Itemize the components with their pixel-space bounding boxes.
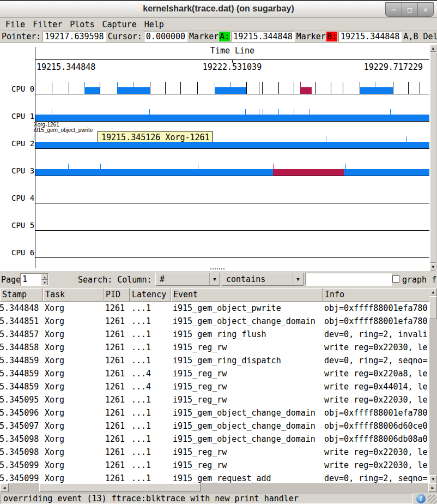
page-value[interactable]: 1 bbox=[21, 274, 41, 285]
cell: 5.344859 bbox=[0, 382, 43, 392]
cell: ...4 bbox=[130, 382, 171, 392]
event-tick bbox=[215, 82, 215, 87]
table-scroll-up-button[interactable]: ▲ bbox=[429, 288, 437, 296]
cell: 5.345098 bbox=[0, 434, 43, 444]
column-header-task[interactable]: Task bbox=[43, 288, 104, 302]
cell: dev=0, ring=2, seqno= bbox=[323, 356, 429, 365]
title-bar[interactable]: kernelshark(trace.dat) (on sugarbay) – □… bbox=[0, 0, 437, 18]
menu-bar: FileFilterPlotsCaptureHelp bbox=[0, 18, 437, 31]
cpu-row-0[interactable]: CPU 0 bbox=[35, 81, 429, 94]
cell: dev=0, ring=2, invali bbox=[323, 329, 429, 339]
event-tick bbox=[331, 82, 331, 94]
event-tick bbox=[259, 109, 259, 115]
graph-scroll-down-button[interactable]: ▼ bbox=[430, 263, 436, 271]
table-scroll-right-button[interactable]: ▶ bbox=[428, 483, 437, 492]
column-header-event[interactable]: Event bbox=[171, 288, 323, 302]
cpu2-event-label: i915_gem_object_pwrite bbox=[34, 127, 93, 133]
event-tick bbox=[100, 164, 101, 169]
event-tick bbox=[150, 82, 150, 94]
event-tick bbox=[294, 109, 294, 115]
cpu-row-2[interactable]: CPU 2 bbox=[35, 136, 429, 149]
table-row[interactable]: 5.345095Xorg1261...1i915_reg_rwwrite reg… bbox=[0, 393, 429, 406]
event-tick bbox=[273, 164, 274, 169]
column-header-info[interactable]: Info bbox=[323, 288, 429, 302]
page-spin-down-button[interactable]: ▼ bbox=[41, 280, 48, 286]
column-header-pid[interactable]: PID bbox=[104, 288, 130, 302]
cpu-row-5[interactable]: CPU 5 bbox=[35, 218, 429, 231]
table-hscrollbar-thumb[interactable] bbox=[39, 483, 201, 492]
table-row[interactable]: 5.344851Xorg1261...1i915_gem_object_chan… bbox=[0, 315, 429, 328]
table-row[interactable]: 5.345099Xorg1261...1i915_gem_request_add… bbox=[0, 472, 429, 483]
event-tick bbox=[393, 82, 393, 94]
menu-capture[interactable]: Capture bbox=[98, 19, 140, 30]
menu-help[interactable]: Help bbox=[141, 19, 168, 30]
cell: 5.345095 bbox=[0, 395, 43, 405]
table-row[interactable]: 5.345097Xorg1261...1i915_gem_object_chan… bbox=[0, 419, 429, 433]
table-row[interactable]: 5.345098Xorg1261...1i915_gem_object_chan… bbox=[0, 433, 429, 446]
graph-scroll-up-button[interactable]: ▲ bbox=[430, 44, 436, 52]
table-row[interactable]: 5.345096Xorg1261...1i915_gem_object_chan… bbox=[0, 406, 429, 419]
column-dropdown[interactable]: # ▼ bbox=[155, 273, 220, 286]
cell: obj=0xffff88001efa780 bbox=[323, 303, 429, 313]
cell: 5.345099 bbox=[0, 460, 43, 470]
table-row[interactable]: 5.344859Xorg1261...4i915_reg_rwwrite reg… bbox=[0, 367, 429, 380]
graph-scrollbar-thumb[interactable] bbox=[430, 52, 436, 263]
table-row[interactable]: 5.344859Xorg1261...4i915_reg_rwwrite reg… bbox=[0, 380, 429, 393]
delta-label: A,B Delta bbox=[403, 32, 437, 41]
cell: Xorg bbox=[43, 408, 104, 418]
menu-file[interactable]: File bbox=[2, 19, 29, 30]
info-icon[interactable]: i bbox=[416, 494, 426, 503]
cell: 5.344857 bbox=[0, 329, 43, 339]
pane-splitter-handle[interactable] bbox=[210, 268, 227, 270]
resize-grip[interactable] bbox=[428, 495, 436, 503]
cpu-row-4[interactable]: CPU 4 bbox=[35, 190, 429, 203]
cell: ...1 bbox=[130, 434, 171, 444]
cursor-value: 0.000000 bbox=[144, 32, 187, 42]
close-button[interactable]: ✕ bbox=[417, 3, 433, 16]
event-tick bbox=[375, 82, 375, 87]
cell: i915_reg_rw bbox=[171, 369, 323, 379]
page-spin-up-button[interactable]: ▲ bbox=[41, 274, 48, 280]
cpu-row-3[interactable]: CPU 3 bbox=[35, 163, 429, 176]
table-row[interactable]: 5.345098Xorg1261...1i915_reg_rwwrite reg… bbox=[0, 446, 429, 459]
cell: i915_reg_rw bbox=[171, 343, 323, 352]
window-controls: – □ ✕ bbox=[385, 2, 434, 17]
event-tick bbox=[52, 109, 52, 115]
page-spinbox[interactable]: 1 ▲ ▼ bbox=[20, 273, 48, 286]
maximize-button[interactable]: □ bbox=[402, 3, 417, 16]
table-scroll-left-button[interactable]: ◀ bbox=[0, 483, 9, 492]
minimize-button[interactable]: – bbox=[386, 3, 402, 16]
table-row[interactable]: 5.345099Xorg1261...1i915_reg_rwwrite reg… bbox=[0, 459, 429, 472]
cpu-row-1[interactable]: CPU 1 bbox=[35, 109, 429, 122]
table-scroll-down-button[interactable]: ▼ bbox=[429, 475, 437, 483]
table-scrollbar-thumb[interactable] bbox=[429, 296, 437, 319]
task-bar bbox=[360, 87, 393, 94]
table-row[interactable]: 5.344858Xorg1261...1i915_reg_rwwrite reg… bbox=[0, 341, 429, 354]
task-bar bbox=[273, 169, 344, 176]
cell: write reg=0x22030, le bbox=[323, 395, 429, 405]
cell: Xorg bbox=[43, 356, 104, 365]
cell: ...1 bbox=[130, 356, 171, 365]
menu-filter[interactable]: Filter bbox=[29, 19, 66, 30]
graph-follows-checkbox[interactable] bbox=[392, 275, 399, 283]
cell: ...1 bbox=[130, 421, 171, 431]
column-header-latency[interactable]: Latency bbox=[130, 288, 171, 302]
table-row[interactable]: 5.344848Xorg1261...1i915_gem_object_pwri… bbox=[0, 302, 429, 315]
cell: 5.345096 bbox=[0, 408, 43, 418]
cell: obj=0xffff88006db08a0 bbox=[323, 434, 429, 444]
menu-plots[interactable]: Plots bbox=[66, 19, 98, 30]
timeline-graph[interactable]: Time Line 19215.344848 19222.531039 1922… bbox=[0, 43, 437, 271]
cell: Xorg bbox=[43, 303, 104, 313]
column-header-stamp[interactable]: Stamp bbox=[0, 288, 43, 302]
cell: i915_gem_object_change_domain bbox=[171, 316, 323, 326]
event-tick bbox=[390, 109, 391, 115]
cell: write reg=0x22030, le bbox=[323, 343, 429, 352]
search-input[interactable] bbox=[305, 273, 392, 286]
table-row[interactable]: 5.344857Xorg1261...1i915_gem_ring_flushd… bbox=[0, 328, 429, 341]
cpu-row-6[interactable]: CPU 6 bbox=[35, 245, 429, 258]
match-dropdown[interactable]: contains ▼ bbox=[222, 273, 304, 286]
axis-label-start: 19215.344848 bbox=[37, 62, 95, 72]
table-row[interactable]: 5.344859Xorg1261...1i915_gem_ring_dispat… bbox=[0, 354, 429, 367]
cell: Xorg bbox=[43, 447, 104, 457]
task-bar bbox=[35, 115, 429, 121]
